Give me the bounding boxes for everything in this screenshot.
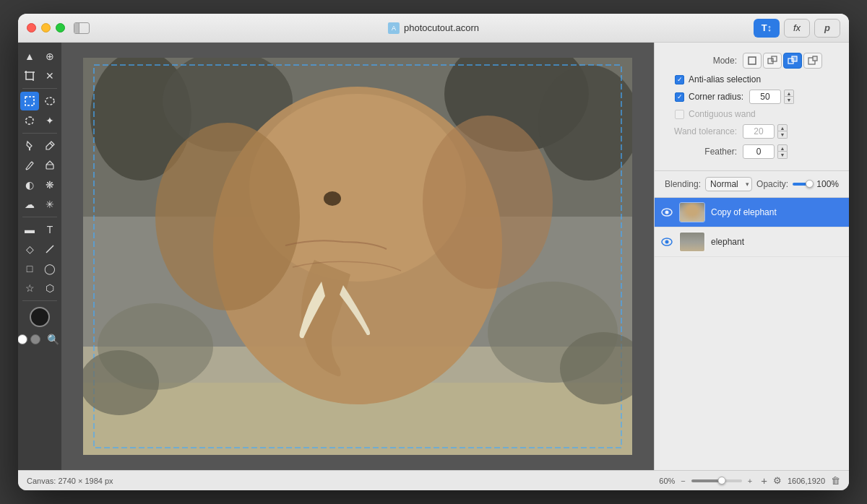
magic-wand-tool[interactable]: ✦: [40, 111, 59, 130]
traffic-lights: [27, 23, 65, 32]
swap-colors-button[interactable]: [30, 334, 40, 344]
svg-point-19: [155, 123, 300, 310]
blur-tool[interactable]: ☁: [20, 195, 39, 214]
tools-button[interactable]: T↕: [754, 19, 780, 38]
gradient-tool[interactable]: ▬: [20, 220, 39, 239]
layer-name-copy-elephant: Copy of elephant: [711, 207, 777, 217]
dodge-burn-tool[interactable]: ◐: [20, 175, 39, 194]
svg-rect-27: [749, 57, 756, 64]
zoom-icon[interactable]: 🔍: [43, 330, 61, 349]
feather-label: Feather:: [665, 147, 737, 157]
line-tool[interactable]: [40, 240, 59, 258]
svg-point-26: [83, 350, 159, 415]
add-mode-button[interactable]: [763, 53, 782, 69]
zoom-in-icon[interactable]: +: [748, 477, 752, 485]
svg-point-20: [423, 116, 553, 289]
corner-radius-increment[interactable]: ▲: [784, 90, 794, 97]
layer-visibility-copy-elephant[interactable]: [660, 206, 673, 219]
rectangle-shape-tool[interactable]: □: [20, 259, 39, 278]
zoom-slider-thumb: [717, 477, 725, 485]
sidebar-toggle-button[interactable]: [74, 22, 90, 34]
pen-tool[interactable]: ◇: [20, 240, 39, 258]
corner-radius-checkbox[interactable]: ✓: [675, 92, 684, 102]
sharpen-tool[interactable]: ✳: [40, 195, 59, 214]
wand-tolerance-increment[interactable]: ▲: [777, 124, 788, 131]
corner-radius-label: Corner radius:: [689, 92, 743, 102]
tool-row-10: ◇: [20, 240, 59, 258]
svg-line-8: [46, 246, 53, 253]
blending-select[interactable]: Normal: [705, 177, 752, 191]
wand-tolerance-decrement[interactable]: ▼: [777, 131, 788, 139]
mode-row: Mode:: [665, 53, 839, 69]
canvas-image: [83, 58, 632, 455]
layer-visibility-elephant[interactable]: [660, 235, 673, 248]
ellipse-marquee-tool[interactable]: [40, 92, 59, 110]
layer-item-copy-elephant[interactable]: Copy of elephant: [655, 198, 849, 227]
maximize-button[interactable]: [56, 23, 65, 32]
trash-icon[interactable]: 🗑: [831, 475, 840, 486]
canvas-area[interactable]: [61, 43, 654, 470]
wand-tolerance-input[interactable]: [743, 124, 775, 139]
wand-tolerance-stepper-buttons: ▲ ▼: [777, 124, 788, 139]
transform-tool[interactable]: ✕: [40, 66, 59, 85]
svg-point-35: [665, 211, 669, 214]
feather-input[interactable]: [743, 144, 775, 159]
tool-row-11: □ ◯: [20, 259, 59, 278]
zoom-tool[interactable]: ⊕: [40, 47, 59, 66]
zoom-slider[interactable]: [691, 479, 742, 482]
blending-row: Blending: Normal Opacity: 100%: [655, 171, 849, 198]
svg-point-6: [46, 97, 54, 105]
corner-radius-row: ✓ Corner radius: ▲ ▼: [665, 90, 839, 104]
star-tool[interactable]: ☆: [20, 279, 39, 297]
arrow-tool[interactable]: ▲: [20, 47, 39, 66]
opacity-slider-thumb: [806, 180, 814, 188]
tool-row-8: ☁ ✳: [20, 195, 59, 214]
elephant-canvas: [83, 58, 632, 455]
coordinates-display: 1606,1920: [788, 477, 825, 485]
feather-decrement[interactable]: ▼: [777, 152, 788, 159]
background-color-swatch[interactable]: [18, 334, 27, 344]
clone-tool[interactable]: ❋: [40, 175, 59, 194]
corner-radius-stepper-buttons: ▲ ▼: [784, 90, 794, 104]
replace-mode-button[interactable]: [743, 53, 762, 69]
gear-settings-icon[interactable]: ⚙: [773, 475, 782, 486]
zoom-out-icon[interactable]: −: [681, 477, 685, 485]
color-row: 🔍: [18, 330, 61, 349]
contiguous-wand-label: Contiguous wand: [689, 109, 756, 119]
feather-increment[interactable]: ▲: [777, 144, 788, 152]
main-content: ▲ ⊕ ✕: [18, 43, 849, 470]
anti-alias-row: ✓ Anti-alias selection: [665, 74, 839, 84]
subtract-mode-button[interactable]: [803, 53, 822, 69]
corner-radius-decrement[interactable]: ▼: [784, 97, 794, 104]
opacity-slider[interactable]: [793, 183, 812, 186]
zoom-level: 60%: [659, 477, 675, 485]
eraser-tool[interactable]: [40, 156, 59, 175]
contiguous-wand-checkbox[interactable]: [675, 110, 684, 119]
minimize-button[interactable]: [41, 23, 51, 32]
svg-point-21: [324, 191, 341, 206]
titlebar-buttons: T↕ fx p: [754, 19, 840, 38]
text-tool[interactable]: T: [40, 220, 59, 239]
document-icon: A: [388, 22, 400, 34]
lasso-tool[interactable]: [20, 111, 39, 130]
feather-row: Feather: ▲ ▼: [665, 144, 839, 159]
statusbar-right: 60% − + + ⚙ 1606,1920 🗑: [659, 474, 840, 487]
intersect-mode-button[interactable]: [783, 53, 802, 69]
layer-item-elephant[interactable]: elephant: [655, 227, 849, 257]
close-button[interactable]: [27, 23, 36, 32]
marquee-tool[interactable]: [20, 92, 39, 110]
add-layer-button[interactable]: +: [761, 474, 767, 487]
ellipse-shape-tool[interactable]: ◯: [40, 259, 59, 278]
foreground-color-swatch[interactable]: [30, 307, 50, 327]
crop-tool[interactable]: [20, 66, 39, 85]
polygon-tool[interactable]: ⬡: [40, 279, 59, 297]
brush-tool[interactable]: [20, 156, 39, 175]
color-sampler-tool[interactable]: [40, 136, 59, 155]
fx-button[interactable]: fx: [784, 19, 810, 38]
tool-row-2: ✕: [20, 66, 59, 85]
tool-row-12: ☆ ⬡: [20, 279, 59, 297]
anti-alias-checkbox[interactable]: ✓: [675, 75, 684, 84]
paint-bucket-tool[interactable]: [20, 136, 39, 155]
p-button[interactable]: p: [814, 19, 840, 38]
corner-radius-input[interactable]: [749, 90, 781, 104]
